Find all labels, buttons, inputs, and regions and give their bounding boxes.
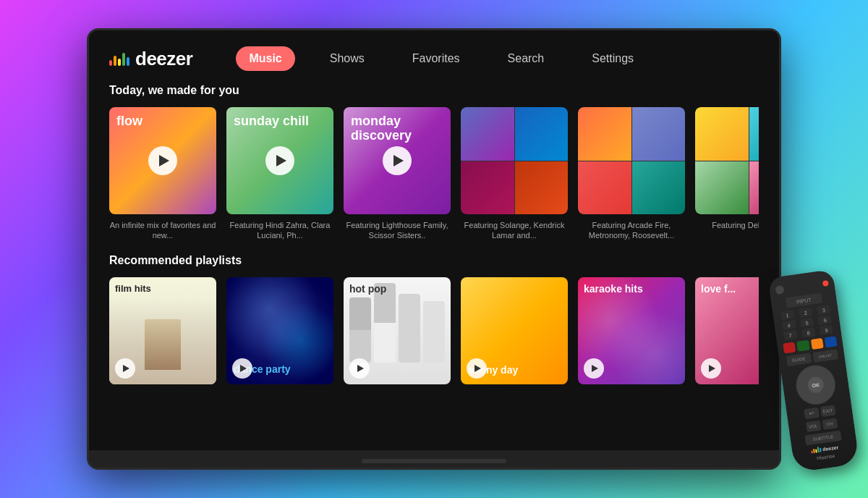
daily2-collage	[578, 107, 685, 214]
collage-cell	[578, 107, 631, 161]
flow-play-button[interactable]	[148, 146, 177, 175]
play-icon	[123, 365, 129, 372]
karaoke-play-button[interactable]	[584, 358, 604, 379]
card-daily-1[interactable]: Featuring Solange, Kendrick Lamar and...	[461, 107, 568, 241]
tv-screen-container: deezer Music Shows Favorites Search Sett…	[87, 28, 781, 470]
card-love[interactable]: love f...	[695, 277, 759, 384]
daily3-subtitle: Featuring Delusion...	[695, 220, 759, 230]
remote-vol-button[interactable]: VOL	[805, 421, 821, 433]
collage-cell	[578, 161, 631, 215]
remote-logo-bars	[811, 447, 822, 454]
daily3-image	[695, 107, 759, 214]
nav-settings[interactable]: Settings	[579, 46, 647, 71]
remote-deezer-text: deezer	[822, 444, 839, 452]
dance-party-play-button[interactable]	[232, 358, 252, 379]
remote-btn-4[interactable]: 4	[782, 320, 796, 330]
remote-back-button[interactable]: ↩	[804, 408, 820, 420]
logo-bar-1	[109, 60, 112, 66]
collage-cell	[515, 107, 569, 161]
remote-btn-9[interactable]: 9	[820, 325, 833, 335]
monday-label: monday discovery	[351, 114, 451, 143]
card-karaoke-hits[interactable]: karaoke hits	[578, 277, 685, 384]
nav-shows[interactable]: Shows	[317, 46, 378, 71]
love-play-button[interactable]	[701, 358, 721, 379]
remote-ch-button[interactable]: CH	[822, 418, 838, 430]
card-sunday-chill[interactable]: sunday chill Featuring Hindi Zahra, Clar…	[226, 107, 333, 241]
logo-bar-5	[127, 57, 129, 66]
dpad-circle: OK	[793, 363, 838, 407]
daily2-image	[578, 107, 685, 214]
tv-screen: deezer Music Shows Favorites Search Sett…	[89, 30, 779, 450]
nav-music[interactable]: Music	[236, 46, 294, 71]
remote-input-button[interactable]: INPUT	[786, 293, 822, 308]
app-name: deezer	[135, 48, 192, 70]
sunny-day-play-button[interactable]	[467, 358, 487, 379]
remote-btn-5[interactable]: 5	[800, 317, 814, 327]
remote-exit-button[interactable]: EXIT	[820, 405, 836, 418]
play-icon	[592, 365, 598, 372]
card-flow[interactable]: flow An infinite mix of favorites and ne…	[109, 107, 216, 241]
hot-pop-play-button[interactable]	[349, 358, 370, 379]
card-daily-3[interactable]: Featuring Delusion...	[695, 107, 759, 241]
logo-bar-3	[118, 59, 121, 66]
deezer-app: deezer Music Shows Favorites Search Sett…	[89, 30, 779, 450]
flow-label: flow	[116, 114, 142, 129]
app-header: deezer Music Shows Favorites Search Sett…	[109, 30, 759, 84]
sunday-label: sunday chill	[234, 114, 309, 129]
play-icon	[276, 155, 286, 166]
card-hot-pop[interactable]: hot pop	[344, 277, 451, 384]
card-dance-party[interactable]: dance party	[226, 277, 333, 384]
remote-logo-bar	[820, 448, 822, 452]
remote-btn-3[interactable]: 3	[817, 305, 830, 315]
karaoke-hits-image: karaoke hits	[578, 277, 685, 384]
remote-btn-green[interactable]	[796, 340, 809, 352]
card-film-hits[interactable]: film hits	[109, 277, 216, 384]
remote-btn-8[interactable]: 8	[801, 327, 815, 337]
collage-cell	[461, 107, 514, 161]
remote-guide-button[interactable]: GUIDE	[786, 353, 812, 366]
today-cards-row: flow An infinite mix of favorites and ne…	[109, 107, 759, 241]
playlists-cards-row: film hits dance party	[109, 277, 759, 384]
remote-btn-yellow[interactable]	[810, 338, 823, 350]
main-nav: Music Shows Favorites Search Settings	[236, 46, 647, 71]
play-icon	[159, 155, 169, 166]
card-sunny-day[interactable]: sunny day	[461, 277, 568, 384]
remote-speaker-icon	[775, 285, 785, 295]
play-icon	[393, 155, 404, 166]
collage-cell	[749, 161, 760, 215]
nav-favorites[interactable]: Favorites	[399, 46, 473, 71]
remote-subtitle-button[interactable]: SUBTITLE	[804, 431, 841, 446]
card-daily-2[interactable]: Featuring Arcade Fire, Metronomy, Roosev…	[578, 107, 685, 241]
remote-btn-blue[interactable]	[824, 336, 837, 347]
collage-cell	[515, 161, 569, 215]
love-label: love f...	[701, 283, 736, 295]
nav-search[interactable]: Search	[495, 46, 558, 71]
remote-container: INPUT 1 2 3 4 5 6 7 8 9 GUIDE ONLIST	[781, 273, 846, 469]
film-hits-label: film hits	[115, 283, 151, 295]
remote-btn-7[interactable]: 7	[783, 330, 797, 340]
tv-remote: INPUT 1 2 3 4 5 6 7 8 9 GUIDE ONLIST	[768, 269, 860, 473]
daily1-collage	[461, 107, 568, 214]
remote-btn-1[interactable]: 1	[780, 310, 794, 320]
hot-pop-label: hot pop	[349, 283, 386, 295]
collage-cell	[632, 161, 686, 215]
remote-ir-indicator	[822, 280, 829, 287]
remote-btn-2[interactable]: 2	[799, 308, 812, 318]
dance-party-image: dance party	[226, 277, 333, 384]
monday-play-button[interactable]	[383, 146, 412, 175]
daily1-subtitle: Featuring Solange, Kendrick Lamar and...	[461, 220, 568, 241]
remote-dpad: OK	[793, 363, 838, 407]
remote-btn-6[interactable]: 6	[818, 315, 832, 325]
sunday-play-button[interactable]	[265, 146, 294, 175]
play-icon	[357, 365, 364, 372]
film-hits-play-button[interactable]	[115, 358, 135, 379]
deezer-logo: deezer	[109, 48, 192, 70]
remote-btn-red[interactable]	[783, 342, 796, 353]
hot-pop-image: hot pop	[344, 277, 451, 384]
dpad-ok-button[interactable]: OK	[807, 376, 825, 394]
card-monday-discovery[interactable]: monday discovery Featuring Lighthouse Fa…	[344, 107, 451, 241]
remote-onlist-button[interactable]: ONLIST	[812, 349, 838, 363]
flow-subtitle: An infinite mix of favorites and new...	[109, 220, 216, 241]
collage-cell	[749, 107, 760, 161]
play-icon	[475, 365, 481, 372]
